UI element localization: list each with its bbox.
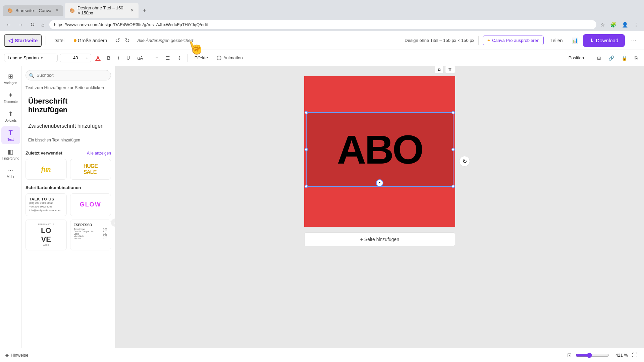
spacing-button[interactable]: ⇕: [175, 53, 184, 63]
groesse-label: Größe ändern: [78, 38, 107, 43]
undo-redo-group: ↺ ↻: [113, 36, 132, 46]
tab-1[interactable]: 🎨 Startseite – Canva ✕: [3, 5, 63, 16]
refresh-button[interactable]: ↻: [28, 20, 37, 29]
duplicate-page-button[interactable]: ⧉: [435, 66, 444, 73]
sidebar-item-uploads[interactable]: ⬆ Uploads: [1, 108, 20, 125]
design-title: Design ohne Titel – 150 px × 150 px: [405, 38, 474, 43]
canvas-refresh-button[interactable]: ↻: [459, 156, 470, 167]
pro-label: Canva Pro ausprobieren: [492, 38, 539, 43]
panel-search-input[interactable]: [25, 70, 111, 80]
home-button[interactable]: ⌂: [39, 20, 47, 29]
search-wrap: 🔍: [25, 70, 111, 80]
search-icon: 🔍: [29, 73, 34, 78]
panel-collapse-button[interactable]: ◂: [111, 219, 115, 227]
groesse-button[interactable]: Größe ändern: [70, 36, 110, 45]
sidebar-item-hintergrund[interactable]: ◧ Hintergrund: [1, 145, 20, 163]
schrift-item-espresso[interactable]: ESPRESSO Americano3.00 Double Cappuccino…: [70, 220, 111, 250]
delete-page-button[interactable]: 🗑: [445, 66, 455, 73]
sidebar-item-text[interactable]: T Text: [1, 126, 20, 144]
animation-button[interactable]: Animation: [213, 53, 246, 62]
effects-button[interactable]: Effekte: [191, 53, 211, 62]
fullscreen-button[interactable]: ⛶: [631, 351, 639, 360]
case-button[interactable]: aA: [135, 53, 146, 63]
header-divider: [46, 36, 46, 45]
abo-text: ABO: [337, 129, 423, 170]
groesse-dot: [74, 39, 76, 42]
zoom-controls: ⊡ 421 % ⛶: [566, 351, 639, 360]
more-options-button[interactable]: ···: [628, 35, 640, 46]
abo-text-container[interactable]: ABO: [306, 113, 453, 186]
list-button[interactable]: ☰: [163, 53, 173, 63]
rotate-handle[interactable]: ↻: [376, 179, 383, 187]
header-divider-2: [478, 36, 479, 45]
design-canvas[interactable]: ABO ↻: [304, 76, 455, 227]
new-tab-button[interactable]: +: [140, 6, 149, 15]
font-size-decrease[interactable]: −: [60, 54, 68, 62]
show-all-link[interactable]: Alle anzeigen: [87, 151, 111, 156]
schrift-item-love[interactable]: FEBRUARY 14 LOVE Works: [25, 220, 67, 250]
zoom-slider[interactable]: [576, 353, 609, 358]
redo-button[interactable]: ↻: [123, 36, 132, 46]
font-item-fun[interactable]: fun: [25, 159, 67, 180]
position-button[interactable]: Position: [565, 53, 587, 62]
add-page-button[interactable]: + Seite hinzufügen: [304, 232, 455, 246]
back-button[interactable]: ←: [4, 20, 13, 29]
download-label: Download: [596, 38, 619, 43]
copy-layout-button[interactable]: ⎘: [632, 53, 640, 63]
lock-button[interactable]: 🔒: [619, 53, 630, 63]
font-size-control: − +: [60, 54, 91, 62]
mehr-icon: ···: [8, 167, 13, 174]
canvas-wrapper: ⧉ 🗑 ABO: [304, 76, 455, 246]
app-header: ◁ Startseite Datei Größe ändern ↺ ↻ Alle…: [0, 31, 644, 50]
add-body-button[interactable]: Ein bisschen Text hinzufügen: [25, 135, 111, 145]
font-selector[interactable]: League Spartan ▼: [4, 54, 58, 62]
text-label: Text: [7, 138, 13, 141]
extensions-button[interactable]: 🧩: [609, 20, 618, 29]
undo-button[interactable]: ↺: [113, 36, 122, 46]
home-button[interactable]: ◁ Startseite: [4, 34, 42, 47]
fit-page-button[interactable]: ⊡: [566, 351, 573, 360]
font-size-increase[interactable]: +: [83, 54, 91, 62]
schrift-item-talk[interactable]: TALK TO US (04) 298 3965 2092+76 209 309…: [25, 193, 67, 216]
schrift-item-glow[interactable]: GLOW: [70, 193, 111, 216]
love-sub-text: Works: [29, 244, 63, 246]
align-button[interactable]: ≡: [153, 53, 161, 63]
datei-button[interactable]: Datei: [50, 36, 68, 45]
tab1-close[interactable]: ✕: [55, 8, 59, 13]
tab-2[interactable]: 🎨 Design ohne Titel – 150 × 150px ✕: [65, 3, 139, 18]
sidebar-item-elemente[interactable]: ✦ Elemente: [1, 89, 20, 106]
zoom-level: 421 %: [612, 353, 628, 358]
underline-button[interactable]: U: [124, 53, 132, 63]
link-button[interactable]: 🔗: [606, 53, 617, 63]
hints-label: Hinweise: [11, 353, 29, 358]
add-heading-button[interactable]: Überschrift hinzufügen: [25, 94, 111, 117]
tab2-close[interactable]: ✕: [130, 8, 134, 13]
recently-used-title: Zuletzt verwendet: [25, 150, 62, 156]
text-color-button[interactable]: A: [93, 53, 102, 63]
italic-button[interactable]: I: [115, 53, 122, 63]
font-combo-grid: fun HUGESALE: [25, 159, 111, 180]
animation-label: Animation: [223, 55, 243, 60]
sidebar-item-vorlagen[interactable]: ⊞ Vorlagen: [1, 70, 20, 87]
address-input[interactable]: [49, 20, 596, 29]
grid-button[interactable]: ⊞: [594, 53, 604, 63]
sidebar-item-mehr[interactable]: ··· Mehr: [1, 164, 20, 181]
bookmark-button[interactable]: ☆: [599, 20, 606, 29]
canvas-area: ⧉ 🗑 ABO: [115, 66, 644, 362]
espresso-row-4: Macchiato3.80: [74, 235, 108, 237]
bold-button[interactable]: B: [104, 53, 113, 63]
pro-button[interactable]: ✦ Canva Pro ausprobieren: [483, 36, 544, 45]
forward-button[interactable]: →: [16, 20, 25, 29]
menu-button[interactable]: ⋮: [632, 20, 640, 29]
sidebar-nav: ⊞ Vorlagen ✦ Elemente ⬆ Uploads T Text ◧…: [0, 66, 21, 362]
analytics-button[interactable]: 📊: [570, 35, 580, 46]
hintergrund-label: Hintergrund: [2, 157, 19, 160]
font-item-huge-sale[interactable]: HUGESALE: [70, 159, 111, 180]
profile-button[interactable]: 👤: [621, 20, 630, 29]
share-button[interactable]: Teilen: [546, 36, 567, 45]
add-subheading-button[interactable]: Zwischenüberschrift hinzufügen: [25, 120, 111, 132]
hints-button[interactable]: ◈ Hinweise: [5, 353, 29, 358]
font-size-input[interactable]: [69, 54, 82, 62]
espresso-row-5: Mocha4.00: [74, 237, 108, 240]
download-button[interactable]: ⬇ Download: [583, 34, 625, 47]
